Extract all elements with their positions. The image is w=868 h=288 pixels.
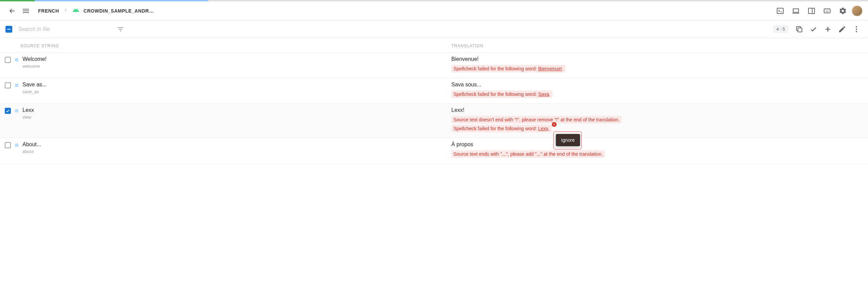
svg-point-9 <box>856 26 857 28</box>
row-checkbox[interactable] <box>5 57 11 63</box>
laptop-icon[interactable] <box>789 4 803 18</box>
warning-badge[interactable]: Source text ends with "...", please add … <box>451 150 605 158</box>
warning-badge[interactable]: Spellcheck failed for the following word… <box>451 90 552 98</box>
col-translation-header: TRANSLATION <box>451 44 483 48</box>
row-checkbox[interactable] <box>5 108 11 114</box>
ignore-tooltip[interactable]: Ignore <box>556 134 580 146</box>
chevron-right-icon <box>63 7 68 14</box>
counter-chip: 4 · 5 <box>773 25 788 33</box>
status-square <box>15 109 18 113</box>
row-checkbox[interactable] <box>5 82 11 88</box>
avatar[interactable] <box>852 5 863 16</box>
breadcrumb: FRENCH CROWDIN_SAMPLE_ANDR… <box>38 7 154 15</box>
svg-rect-7 <box>826 11 829 12</box>
warning-word: Sava <box>538 91 549 97</box>
svg-point-4 <box>826 10 827 11</box>
menu-icon[interactable] <box>19 4 33 18</box>
table-row[interactable]: Save as...save_asSava sous...Spellcheck … <box>0 78 868 104</box>
row-checkbox[interactable] <box>5 142 11 148</box>
panel-icon[interactable] <box>805 4 818 18</box>
breadcrumb-language[interactable]: FRENCH <box>38 8 59 14</box>
warning-word: Lexx <box>538 126 548 131</box>
source-key: welcome <box>22 64 47 69</box>
svg-point-5 <box>827 10 828 11</box>
android-icon <box>73 7 79 15</box>
source-text: Welcome! <box>22 56 47 62</box>
top-right-actions <box>773 4 863 18</box>
source-key: about <box>22 149 41 154</box>
source-text: About... <box>22 141 41 148</box>
svg-point-10 <box>856 29 857 30</box>
warning-badge[interactable]: Spellcheck failed for the following word… <box>451 65 565 72</box>
svg-point-3 <box>825 10 826 11</box>
warning-badge[interactable]: Spellcheck failed for the following word… <box>451 125 552 132</box>
svg-rect-8 <box>798 28 802 32</box>
terminal-icon[interactable] <box>773 4 787 18</box>
top-bar: FRENCH CROWDIN_SAMPLE_ANDR… <box>0 1 868 20</box>
filter-icon[interactable] <box>114 22 127 36</box>
warning-badge[interactable]: Source text doesn't end with "!", please… <box>451 116 622 123</box>
copy-icon[interactable] <box>793 23 805 35</box>
status-square <box>15 58 18 62</box>
table-row[interactable]: Welcome!welcomeBienvenue!Spellcheck fail… <box>0 53 868 78</box>
status-square <box>15 143 18 147</box>
source-key: view <box>22 115 34 120</box>
gear-icon[interactable] <box>836 4 850 18</box>
search-input[interactable] <box>18 26 114 32</box>
keyboard-icon[interactable] <box>820 4 834 18</box>
source-text: Lexx <box>22 107 34 113</box>
status-square <box>15 84 18 87</box>
table-row[interactable]: About...aboutÀ proposSource text ends wi… <box>0 138 868 164</box>
translation-text: Bienvenue! <box>451 56 861 62</box>
translation-text: Lexx! <box>451 107 861 113</box>
warning-word: Bienvenue! <box>538 66 562 71</box>
plus-icon[interactable] <box>822 23 834 35</box>
source-text: Save as... <box>22 82 47 88</box>
edit-icon[interactable] <box>836 23 848 35</box>
svg-rect-0 <box>777 8 783 14</box>
check-icon[interactable] <box>807 23 820 35</box>
svg-point-11 <box>856 31 857 32</box>
toolbar: 4 · 5 <box>0 20 868 38</box>
source-key: save_as <box>22 89 47 94</box>
translation-text: À propos <box>451 141 861 148</box>
selection-indicator[interactable] <box>5 26 12 33</box>
back-icon[interactable] <box>5 4 19 18</box>
table-row[interactable]: LexxviewLexx!Source text doesn't end wit… <box>0 104 868 138</box>
svg-rect-1 <box>808 8 815 14</box>
col-source-header: SOURCE STRING <box>20 44 59 48</box>
rows-container: Welcome!welcomeBienvenue!Spellcheck fail… <box>0 53 868 164</box>
breadcrumb-project[interactable]: CROWDIN_SAMPLE_ANDR… <box>83 8 154 14</box>
more-icon[interactable] <box>850 23 863 35</box>
column-headers: SOURCE STRING TRANSLATION <box>0 38 868 53</box>
close-icon[interactable]: ✕ <box>552 122 557 127</box>
svg-rect-2 <box>824 9 830 13</box>
translation-text: Sava sous... <box>451 82 861 88</box>
svg-point-6 <box>828 10 829 11</box>
